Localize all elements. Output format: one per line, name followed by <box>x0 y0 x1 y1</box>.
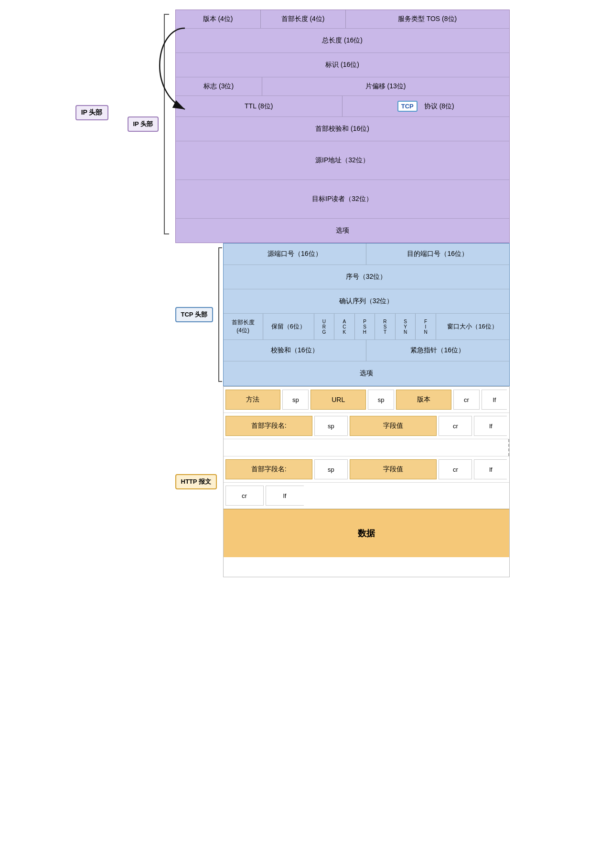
tcp-bracket-svg <box>215 243 222 386</box>
http-section-label: HTTP 报文 <box>175 474 217 489</box>
ip-total-length: 总长度 (16位) <box>176 29 509 53</box>
tcp-row-ports: 源端口号（16位） 目的端口号（16位） <box>224 243 509 265</box>
ip-identification: 标识 (16位) <box>176 53 509 77</box>
ip-row-options: 选项 <box>176 219 509 243</box>
http-cr2: cr <box>439 416 472 436</box>
http-row-request-line: 方法 sp URL sp 版本 cr lf <box>224 387 509 413</box>
tcp-ack-flag: A C K <box>334 314 355 339</box>
ip-options: 选项 <box>176 219 509 243</box>
ip-section-label: IP 头部 <box>128 116 159 132</box>
ip-header-len: 首部长度 (4位) <box>261 10 346 28</box>
tcp-dst-port: 目的端口号（16位） <box>366 243 509 265</box>
ip-row-id: 标识 (16位) <box>176 53 509 77</box>
ip-protocol: TCP 协议 (8位) <box>343 96 509 116</box>
tcp-reserved: 保留（6位） <box>263 314 314 339</box>
main-container: IP 头部 IP 头部 <box>80 10 510 577</box>
tcp-row-seq: 序号（32位） <box>224 265 509 289</box>
ip-row-version: 版本 (4位) 首部长度 (4位) 服务类型 TOS (8位) <box>176 10 509 29</box>
http-lf4: lf <box>266 486 304 506</box>
http-version: 版本 <box>396 390 451 410</box>
http-data: 数据 <box>224 509 509 557</box>
http-sp1: sp <box>282 390 309 410</box>
ip-fragment-offset: 片偏移 (13位) <box>262 77 509 95</box>
http-cr4: cr <box>225 486 264 506</box>
tcp-row-checksum-urgent: 校验和（16位） 紧急指针（16位） <box>224 340 509 361</box>
tcp-urgent-ptr: 紧急指针（16位） <box>366 340 509 361</box>
ip-src-address: 源IP地址（32位） <box>176 141 509 180</box>
http-row-header1: 首部字段名: sp 字段值 cr lf <box>224 413 509 439</box>
http-url: URL <box>311 390 366 410</box>
http-row-crlf: cr lf <box>224 483 509 509</box>
http-sp3: sp <box>314 416 348 436</box>
tcp-syn-flag: S Y N <box>396 314 416 339</box>
http-sp2: sp <box>368 390 394 410</box>
ip-ttl: TTL (8位) <box>176 96 343 116</box>
http-lf3: lf <box>474 459 507 479</box>
http-block: 方法 sp URL sp 版本 cr lf 首部字段名: <box>223 386 510 577</box>
ip-tos: 服务类型 TOS (8位) <box>346 10 509 28</box>
tcp-window: 窗口大小（16位） <box>436 314 509 339</box>
http-field-value1: 字段值 <box>350 416 437 436</box>
tcp-data-offset: 首部长度 (4位) <box>224 314 263 339</box>
ip-row-total-len: 总长度 (16位) <box>176 29 509 53</box>
ip-row-dst-ip: 目标IP读者（32位） <box>176 180 509 219</box>
tcp-options: 选项 <box>224 361 509 385</box>
tcp-psh-flag: P S H <box>355 314 375 339</box>
ip-dst-address: 目标IP读者（32位） <box>176 180 509 218</box>
http-cr1: cr <box>453 390 480 410</box>
tcp-checksum: 校验和（16位） <box>224 340 367 361</box>
tcp-rst-flag: R S T <box>375 314 396 339</box>
tcp-row-options: 选项 <box>224 361 509 385</box>
http-row-header2: 首部字段名: sp 字段值 cr lf <box>224 456 509 483</box>
http-field-value2: 字段值 <box>350 459 437 479</box>
ip-label-area: IP 头部 <box>128 10 174 239</box>
tcp-badge: TCP <box>397 101 418 112</box>
ip-row-src-ip: 源IP地址（32位） <box>176 141 509 180</box>
tcp-sequence: 序号（32位） <box>224 265 509 289</box>
http-method: 方法 <box>225 390 281 410</box>
ip-header-checksum: 首部校验和 (16位) <box>176 117 509 141</box>
ip-row-flags: 标志 (3位) 片偏移 (13位) <box>176 77 509 96</box>
http-cr3: cr <box>439 459 472 479</box>
ip-block: 版本 (4位) 首部长度 (4位) 服务类型 TOS (8位) <box>175 10 510 243</box>
tcp-fin-flag: F I N <box>416 314 436 339</box>
tcp-block: 源端口号（16位） 目的端口号（16位） 序号（32位） <box>223 243 510 386</box>
tcp-urg-flag: U R G <box>314 314 335 339</box>
ip-bracket-svg <box>161 10 171 239</box>
ip-row-ttl-protocol: TTL (8位) TCP 协议 (8位) <box>176 96 509 117</box>
http-row-data: 数据 <box>224 509 509 557</box>
tcp-section-label: TCP 头部 <box>175 307 213 322</box>
ip-row-checksum: 首部校验和 (16位) <box>176 117 509 141</box>
http-sp4: sp <box>314 459 348 479</box>
ip-flags: 标志 (3位) <box>176 77 262 95</box>
http-lf2: lf <box>474 416 507 436</box>
tcp-ack-seq: 确认序列（32位） <box>224 289 509 313</box>
http-row-dots <box>224 439 509 456</box>
tcp-row-ack: 确认序列（32位） <box>224 289 509 314</box>
http-field-name2: 首部字段名: <box>225 459 312 479</box>
http-dots <box>508 439 509 456</box>
tcp-row-flags: 首部长度 (4位) 保留（6位） U R G A C K P S H R S T… <box>224 314 509 340</box>
ip-version: 版本 (4位) <box>176 10 261 28</box>
http-field-name1: 首部字段名: <box>225 416 312 436</box>
http-lf1: lf <box>482 390 507 410</box>
http-bracket-svg <box>219 386 222 577</box>
tcp-src-port: 源端口号（16位） <box>224 243 367 265</box>
